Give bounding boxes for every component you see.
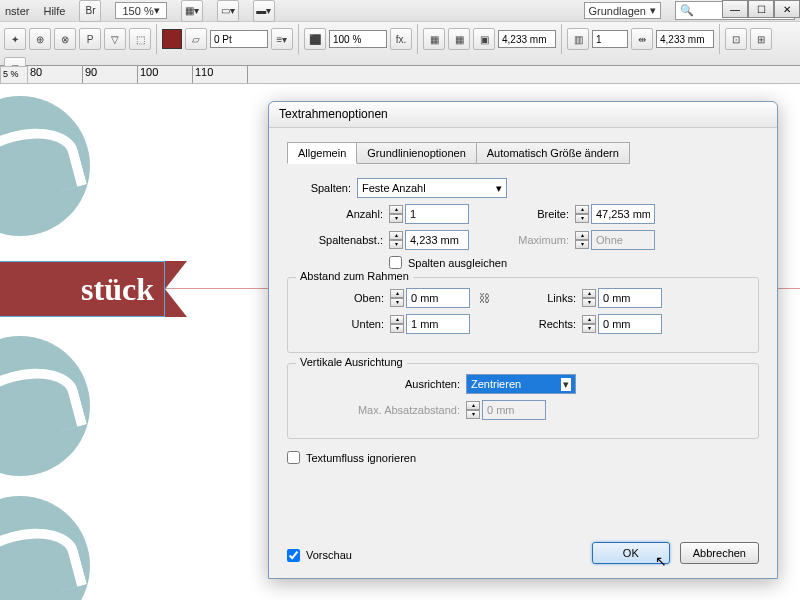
dialog-title: Textrahmenoptionen <box>269 102 777 128</box>
gutter-label: Spaltenabst.: <box>299 234 383 246</box>
ignore-wrap-checkbox[interactable] <box>287 451 300 464</box>
spin-up[interactable]: ▴ <box>582 315 596 324</box>
col-count-input[interactable] <box>592 30 628 48</box>
menu-item[interactable]: nster <box>5 5 29 17</box>
tool-icon[interactable]: ⊕ <box>29 28 51 50</box>
spin-up[interactable]: ▴ <box>390 315 404 324</box>
frame-icon[interactable]: ⊞ <box>750 28 772 50</box>
fill-swatch[interactable] <box>162 29 182 49</box>
count-input[interactable] <box>405 204 469 224</box>
logo-graphic[interactable] <box>0 336 90 476</box>
stroke-style-icon[interactable]: ≡▾ <box>271 28 293 50</box>
spin-up[interactable]: ▴ <box>390 289 404 298</box>
inset-left-input[interactable] <box>598 288 662 308</box>
para-spacing-input <box>482 400 546 420</box>
col-gap-input[interactable] <box>656 30 714 48</box>
tool-icon[interactable]: ✦ <box>4 28 26 50</box>
chain-icon[interactable]: ⛓ <box>476 292 492 304</box>
scale-icon[interactable]: ⬛ <box>304 28 326 50</box>
max-input <box>591 230 655 250</box>
width-input[interactable] <box>591 204 655 224</box>
preview-label: Vorschau <box>306 549 352 561</box>
spin-down[interactable]: ▾ <box>575 240 589 249</box>
type-on-path-icon[interactable]: P <box>79 28 101 50</box>
chevron-down-icon: ▾ <box>496 182 502 195</box>
valign-group: Vertikale Ausrichtung Ausrichten: Zentri… <box>287 363 759 439</box>
inset-right-input[interactable] <box>598 314 662 334</box>
bottom-label: Unten: <box>300 318 384 330</box>
view-icon[interactable]: ▦▾ <box>181 0 203 22</box>
wrap-icon[interactable]: ▦ <box>423 28 445 50</box>
ok-button[interactable]: OK <box>592 542 670 564</box>
inset-bottom-input[interactable] <box>406 314 470 334</box>
maximize-button[interactable]: ☐ <box>748 0 774 18</box>
cancel-button[interactable]: Abbrechen <box>680 542 759 564</box>
spin-down[interactable]: ▾ <box>466 410 480 419</box>
search-icon: 🔍 <box>680 4 694 17</box>
gap-input[interactable] <box>498 30 556 48</box>
spin-up[interactable]: ▴ <box>582 289 596 298</box>
preview-checkbox[interactable] <box>287 549 300 562</box>
tab-baseline[interactable]: Grundlinienoptionen <box>356 142 476 164</box>
inset-top-input[interactable] <box>406 288 470 308</box>
dialog-tabs: Allgemein Grundlinienoptionen Automatisc… <box>287 142 759 164</box>
columns-icon[interactable]: ▥ <box>567 28 589 50</box>
tool-icon[interactable]: ⊗ <box>54 28 76 50</box>
balance-columns-checkbox[interactable] <box>389 256 402 269</box>
control-toolbar: ✦ ⊕ ⊗ P ▽ ⬚ ▱ ≡▾ ⬛ fx. ▦ ▦ ▣ ▥ ⇹ ⊡ ⊞ ⊟ <box>0 22 800 66</box>
left-label: Links: <box>512 292 576 304</box>
columns-mode-select[interactable]: Feste Anzahl▾ <box>357 178 507 198</box>
col-gap-icon[interactable]: ⇹ <box>631 28 653 50</box>
para-spacing-label: Max. Absatzabstand: <box>300 404 460 416</box>
right-label: Rechts: <box>512 318 576 330</box>
tool-icon[interactable]: ⬚ <box>129 28 151 50</box>
text-frame-selected[interactable]: stück <box>0 261 165 317</box>
stroke-weight-input[interactable] <box>210 30 268 48</box>
align-select[interactable]: Zentrieren▾ <box>466 374 576 394</box>
spin-up[interactable]: ▴ <box>389 231 403 240</box>
chevron-down-icon: ▾ <box>561 378 571 391</box>
arrange-icon[interactable]: ▬▾ <box>253 0 275 22</box>
close-button[interactable]: ✕ <box>774 0 800 18</box>
stroke-swatch[interactable]: ▱ <box>185 28 207 50</box>
spin-up[interactable]: ▴ <box>389 205 403 214</box>
spin-down[interactable]: ▾ <box>389 214 403 223</box>
workspace-selector[interactable]: Grundlagen ▾ <box>584 2 662 19</box>
tab-autosize[interactable]: Automatisch Größe ändern <box>476 142 630 164</box>
menu-item[interactable]: Hilfe <box>43 5 65 17</box>
frame-icon[interactable]: ⊡ <box>725 28 747 50</box>
wrap-icon[interactable]: ▦ <box>448 28 470 50</box>
ribbon-tail <box>165 261 187 317</box>
width-label: Breite: <box>505 208 569 220</box>
spin-up[interactable]: ▴ <box>466 401 480 410</box>
tool-icon[interactable]: ▽ <box>104 28 126 50</box>
logo-graphic[interactable] <box>0 496 90 600</box>
spin-down[interactable]: ▾ <box>582 324 596 333</box>
text-frame-options-dialog: Textrahmenoptionen Allgemein Grundlinien… <box>268 101 778 579</box>
spin-up[interactable]: ▴ <box>575 231 589 240</box>
bridge-icon[interactable]: Br <box>79 0 101 22</box>
tab-general[interactable]: Allgemein <box>287 142 357 164</box>
wrap-icon[interactable]: ▣ <box>473 28 495 50</box>
top-label: Oben: <box>300 292 384 304</box>
screen-icon[interactable]: ▭▾ <box>217 0 239 22</box>
zoom-level[interactable]: 150 % ▾ <box>115 2 166 19</box>
spin-down[interactable]: ▾ <box>390 298 404 307</box>
count-label: Anzahl: <box>299 208 383 220</box>
minimize-button[interactable]: — <box>722 0 748 18</box>
logo-graphic[interactable] <box>0 96 90 236</box>
spin-down[interactable]: ▾ <box>389 240 403 249</box>
align-label: Ausrichten: <box>300 378 460 390</box>
spin-down[interactable]: ▾ <box>390 324 404 333</box>
spin-down[interactable]: ▾ <box>575 214 589 223</box>
fx-icon[interactable]: fx. <box>390 28 412 50</box>
ruler-horizontal: 80 90 100 110 <box>28 66 800 84</box>
menubar: nster Hilfe Br 150 % ▾ ▦▾ ▭▾ ▬▾ Grundlag… <box>0 0 800 22</box>
spin-down[interactable]: ▾ <box>582 298 596 307</box>
spin-up[interactable]: ▴ <box>575 205 589 214</box>
gutter-input[interactable] <box>405 230 469 250</box>
opacity-input[interactable] <box>329 30 387 48</box>
balance-columns-label: Spalten ausgleichen <box>408 257 507 269</box>
ignore-wrap-label: Textumfluss ignorieren <box>306 452 416 464</box>
inset-group: Abstand zum Rahmen Oben: ▴▾ ⛓ Links: ▴▾ … <box>287 277 759 353</box>
